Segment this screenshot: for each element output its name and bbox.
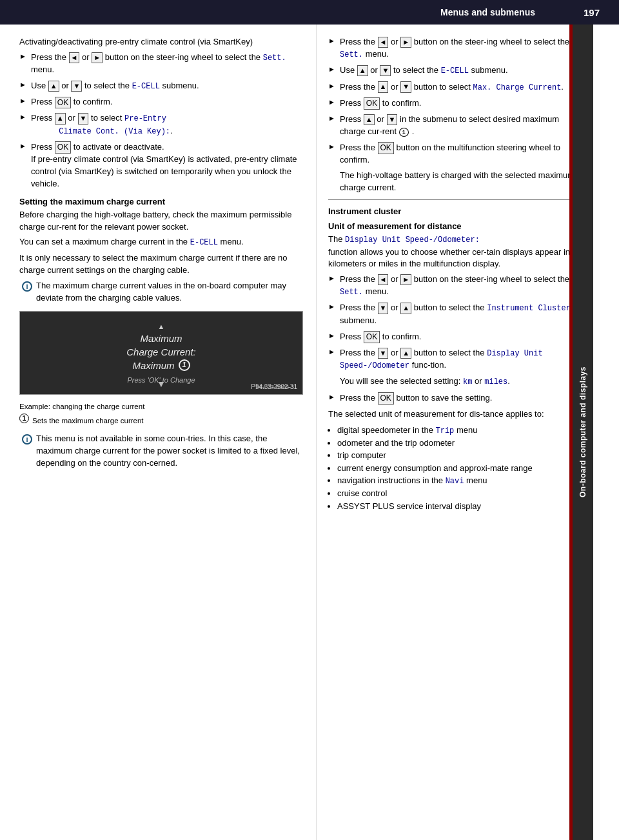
circle-ref-1: 1 bbox=[19, 414, 29, 423]
bullet-arrow: ► bbox=[19, 97, 28, 105]
pre-entry-menu: Pre-Entry Climate Cont. (Via Key): bbox=[31, 114, 170, 135]
list-item: ► Press OK to activate or deactivate. If… bbox=[19, 141, 303, 190]
bullet-text: You will see the selected setting: km or… bbox=[340, 375, 583, 388]
info-text-1: The maximum charge current values in the… bbox=[36, 280, 303, 305]
bullet-arrow: ► bbox=[19, 113, 28, 121]
up-arrow-key: ▲ bbox=[55, 113, 66, 124]
intro-text: Activating/deactivating pre-entry climat… bbox=[19, 36, 303, 48]
list-item: ► Press the ◄ or ► button on the steer-i… bbox=[328, 36, 583, 61]
sett-menu: Sett. bbox=[263, 54, 286, 63]
image-label-1: Maximum Charge Current: Maximum 1 bbox=[126, 332, 196, 372]
page-number: 197 bbox=[574, 7, 606, 18]
circle-ref-inline: 1 bbox=[399, 128, 409, 137]
bullet-arrow: ► bbox=[328, 143, 337, 150]
down-arrow-key: ▼ bbox=[400, 81, 411, 92]
list-item: ► Press the ◄ or ► button on the steer-i… bbox=[19, 52, 303, 76]
bullet-text: Press OK to confirm. bbox=[340, 97, 583, 110]
ok-key: OK bbox=[364, 331, 380, 343]
info-icon-2: i bbox=[22, 434, 32, 445]
section1-para2: You can set a maximum charge current in … bbox=[19, 236, 303, 248]
bullet-arrow: ► bbox=[328, 37, 337, 45]
list-item: current energy consumption and approxi-m… bbox=[337, 462, 583, 475]
left-column: Activating/deactivating pre-entry climat… bbox=[0, 25, 316, 840]
up-arrow-key: ▲ bbox=[364, 114, 375, 125]
list-item: odometer and the trip odometer bbox=[337, 437, 583, 450]
bullet-arrow: ► bbox=[328, 98, 337, 106]
list-item: ► Press the ▼ or ▲ button to select the … bbox=[328, 347, 583, 372]
down-arrow-key: ▼ bbox=[380, 65, 391, 76]
bullet-arrow: ► bbox=[328, 348, 337, 355]
bullet-text: Press the ◄ or ► button on the steer-ing… bbox=[31, 52, 303, 76]
down-arrow-key: ▼ bbox=[378, 348, 389, 359]
caption-text-1: Sets the maximum charge current bbox=[32, 415, 144, 426]
info-box-1: i The maximum charge current values in t… bbox=[19, 280, 303, 305]
bullet-text: Press ▲ or ▼ in the submenu to select de… bbox=[340, 114, 583, 138]
section1-heading: Setting the maximum charge current bbox=[19, 197, 303, 206]
navi-menu-ref: Navi bbox=[446, 477, 464, 486]
list-item: ► Press OK to confirm. bbox=[328, 331, 583, 343]
bullet-arrow: ► bbox=[19, 81, 28, 88]
bullet-arrow: ► bbox=[328, 303, 337, 310]
bullet-text: Press the OK button on the multifunction… bbox=[340, 142, 583, 166]
list-item: ► Press OK to confirm. bbox=[19, 96, 303, 108]
image-caption: Example: changing the charge current bbox=[19, 401, 303, 412]
list-item: ► Press the ▼ or ▲ button to select the … bbox=[328, 302, 583, 326]
ok-key: OK bbox=[378, 392, 394, 405]
section2-heading: Instrument cluster bbox=[328, 206, 583, 216]
sett-menu: Sett. bbox=[340, 288, 363, 297]
list-item: ASSYST PLUS service interval display bbox=[337, 500, 583, 513]
list-item: ► Press the OK button to save the settin… bbox=[328, 392, 583, 405]
bullet-text: Press ▲ or ▼ to select Pre-Entry Climate… bbox=[31, 112, 303, 137]
header-bar: Menus and submenus 197 bbox=[0, 0, 619, 25]
list-item: trip computer bbox=[337, 449, 583, 462]
bullet-arrow: ► bbox=[328, 65, 337, 73]
left-arrow-key: ◄ bbox=[69, 52, 80, 63]
km-label: km bbox=[463, 377, 472, 386]
right-arrow-key: ► bbox=[400, 37, 411, 48]
miles-label: miles bbox=[484, 377, 507, 386]
down-arrow-key: ▼ bbox=[387, 114, 398, 125]
charge-current-image: ▲ Maximum Charge Current: Maximum 1 Pres… bbox=[19, 311, 303, 395]
bullet-arrow: ► bbox=[328, 114, 337, 122]
right-arrow-key: ► bbox=[400, 274, 411, 285]
instrument-cluster-menu: Instrument Cluster bbox=[487, 304, 571, 313]
sett-menu: Sett. bbox=[340, 50, 363, 59]
up-arrow-key: ▲ bbox=[400, 348, 411, 359]
section2-intro: The Display Unit Speed-/Odometer: functi… bbox=[328, 234, 583, 270]
info-text-2: This menu is not available in some coun-… bbox=[36, 433, 303, 470]
list-item: ► Press ▲ or ▼ to select Pre-Entry Clima… bbox=[19, 112, 303, 137]
ok-key: OK bbox=[378, 142, 394, 154]
trip-menu-ref: Trip bbox=[435, 426, 454, 435]
bullet-arrow: ► bbox=[328, 332, 337, 339]
bullet-text: Press the ▼ or ▲ button to select the Di… bbox=[340, 347, 583, 372]
header-title: Menus and submenus bbox=[0, 7, 574, 17]
confirm-detail: The high-voltage battery is charged with… bbox=[340, 170, 583, 194]
ecell-submenu: E-CELL bbox=[441, 66, 469, 75]
ok-key: OK bbox=[364, 97, 380, 110]
list-item: ► Press the OK button on the multifuncti… bbox=[328, 142, 583, 166]
right-arrow-key: ► bbox=[92, 52, 103, 63]
sidebar-tab: On-board computer and displays bbox=[573, 25, 593, 840]
max-charge-menu: Max. Charge Current bbox=[473, 83, 562, 92]
bullet-text: Use ▲ or ▼ to select the E-CELL submenu. bbox=[340, 65, 583, 77]
list-item: ► Use ▲ or ▼ to select the E-CELL submen… bbox=[19, 80, 303, 92]
selected-text: The selected unit of measurement for dis… bbox=[328, 408, 583, 421]
down-arrow-key: ▼ bbox=[71, 81, 82, 92]
image-ref-label: P54.33-3902-31 bbox=[251, 383, 297, 390]
list-item: ► Press the ▲ or ▼ button to select Max.… bbox=[328, 81, 583, 94]
bullet-text: Press OK to confirm. bbox=[340, 331, 583, 343]
bullet-text: Press the ▼ or ▲ button to select the In… bbox=[340, 302, 583, 326]
ecell-submenu: E-CELL bbox=[132, 82, 160, 91]
bullet-text: Press the ◄ or ► button on the steer-ing… bbox=[340, 36, 583, 61]
section-divider bbox=[328, 199, 583, 200]
display-unit-mono: Display Unit Speed-/Odometer: bbox=[345, 235, 480, 245]
page-container: Menus and submenus 197 Activating/deacti… bbox=[0, 0, 619, 840]
up-arrow-key: ▲ bbox=[400, 303, 411, 314]
list-item: cruise control bbox=[337, 487, 583, 500]
up-arrow-key: ▲ bbox=[357, 65, 368, 76]
list-item: ► Use ▲ or ▼ to select the E-CELL submen… bbox=[328, 65, 583, 77]
bullet-text: Use ▲ or ▼ to select the E-CELL submenu. bbox=[31, 80, 303, 92]
section1-para3: It is only necessary to select the maxim… bbox=[19, 252, 303, 277]
bullet-arrow: ► bbox=[19, 52, 28, 60]
bullet-text: Press OK to confirm. bbox=[31, 96, 303, 108]
